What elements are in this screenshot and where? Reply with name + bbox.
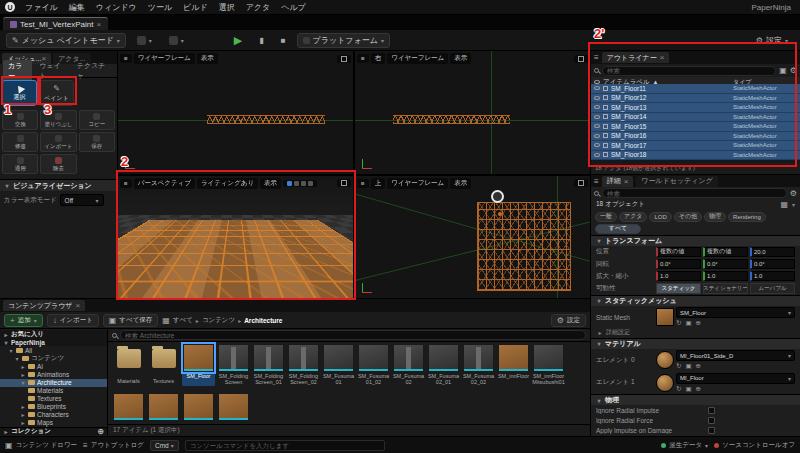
use-selected-icon[interactable]: ↻ — [676, 362, 681, 370]
rotation-x-field[interactable]: 0.0° — [656, 259, 701, 269]
tab-world-settings[interactable]: ワールドセッティング — [636, 176, 717, 187]
asset-tile-materials[interactable]: Materials — [112, 344, 145, 391]
folder-view-icon[interactable]: ▣ — [779, 66, 787, 75]
outliner-row[interactable]: SM_Floor15StaticMeshActor — [591, 122, 800, 132]
visibility-eye-icon[interactable] — [594, 134, 600, 138]
scale-z-field[interactable]: 1.0 — [750, 271, 795, 281]
asset-tile-partial[interactable] — [147, 393, 180, 421]
static-mesh-section-header[interactable]: ▾ スタティックメッシュ — [591, 295, 800, 306]
chip-actor[interactable]: アクタ — [619, 212, 647, 222]
import-button[interactable]: インポート — [40, 132, 76, 152]
save-all-button[interactable]: ▣すべて保存 — [103, 314, 159, 327]
tree-maps[interactable]: ▸Maps — [0, 419, 107, 427]
reset-icon[interactable]: ⊕ — [696, 362, 701, 370]
viewport-top-left[interactable]: ≡ ワイヤーフレーム 表示 — [118, 51, 353, 174]
viewmode-dropdown[interactable]: ワイヤーフレーム — [387, 53, 448, 64]
outliner-row[interactable]: SM_Floor13StaticMeshActor — [591, 103, 800, 113]
asset-tile[interactable]: SM_Folding Screen_02 — [287, 344, 320, 391]
physics-section-header[interactable]: ▾ 物理 — [591, 394, 800, 405]
viewport-perspective[interactable]: ≡ パースペクティブ ライティングあり 表示 — [118, 176, 353, 299]
derived-data-button[interactable]: 派生データ ▾ — [661, 441, 708, 450]
breadcrumb-current[interactable]: Architecture — [244, 317, 282, 324]
visibility-eye-icon[interactable] — [594, 86, 600, 90]
chip-lod[interactable]: LOD — [649, 212, 671, 222]
content-drawer-button[interactable]: ▣ コンテンツ ドロワー — [5, 441, 77, 450]
menu-window[interactable]: ウィンドウ — [91, 1, 142, 14]
swap-button[interactable]: 交換 — [2, 110, 38, 130]
scale-y-field[interactable]: 1.0 — [703, 271, 748, 281]
color-view-mode-dropdown[interactable]: Off ▾ — [60, 194, 104, 206]
source-control-button[interactable]: ソースコントロールオフ — [714, 441, 795, 450]
tree-favorites[interactable]: ▸お気に入り — [0, 330, 107, 339]
checkbox[interactable] — [708, 417, 715, 424]
nav-mode-buttons[interactable] — [283, 180, 317, 187]
platform-dropdown[interactable]: プラットフォーム ▾ — [297, 33, 390, 48]
import-button[interactable]: ↓インポート — [47, 314, 99, 327]
mobility-stationary-button[interactable]: ステイショナリー — [703, 283, 748, 294]
chip-rendering[interactable]: Rendering — [728, 212, 766, 222]
menu-tools[interactable]: ツール — [143, 1, 177, 14]
select-tool-button[interactable]: 選択 — [2, 80, 37, 106]
menu-file[interactable]: ファイル — [20, 1, 63, 14]
menu-icon[interactable]: ≡ — [594, 53, 599, 62]
cmd-dropdown[interactable]: Cmd ▾ — [150, 440, 179, 451]
asset-tile[interactable]: SM_Fusuma01_02 — [357, 344, 390, 391]
view-dropdown[interactable]: パースペクティブ — [134, 178, 195, 189]
scale-x-field[interactable]: 1.0 — [656, 271, 701, 281]
visibility-eye-icon[interactable] — [594, 153, 600, 157]
outliner-row[interactable]: SM_Floor14StaticMeshActor — [591, 113, 800, 123]
location-y-field[interactable]: 複数の値 — [703, 247, 748, 257]
viewmode-dropdown[interactable]: ワイヤーフレーム — [134, 53, 195, 64]
rotation-z-field[interactable]: 0.0° — [750, 259, 795, 269]
asset-tile[interactable]: SM_Fusuma02 — [392, 344, 425, 391]
asset-tile-sm-floor[interactable]: SM_Floor — [182, 344, 215, 391]
visibility-eye-icon[interactable] — [594, 105, 600, 109]
add-collection-icon[interactable]: ⊕ — [97, 427, 104, 436]
checkbox[interactable] — [708, 407, 715, 414]
fix-button[interactable]: 修復 — [2, 132, 38, 152]
asset-tile[interactable]: SM_Fusuma02_02 — [462, 344, 495, 391]
cb-settings-button[interactable]: ⚙設定 — [551, 314, 586, 327]
transform-section-header[interactable]: ▾ トランスフォーム — [591, 235, 800, 246]
maximize-button[interactable] — [337, 55, 351, 63]
material-1-dropdown[interactable]: MI_Floor ▾ — [676, 373, 795, 384]
show-dropdown[interactable]: 表示 — [260, 178, 281, 189]
asset-tile[interactable]: SM_Fusuma01 — [322, 344, 355, 391]
material-0-dropdown[interactable]: MI_Floor01_Side_D ▾ — [676, 350, 795, 361]
viewport-top-right[interactable]: ≡ 右 ワイヤーフレーム 表示 — [355, 51, 590, 174]
materials-section-header[interactable]: ▾ マテリアル — [591, 338, 800, 349]
tree-animations[interactable]: ▸Animations — [0, 371, 107, 379]
tree-content[interactable]: ▾コンテンツ — [0, 354, 107, 363]
browse-icon[interactable]: ▣ — [685, 319, 691, 327]
gear-icon[interactable]: ⚙ — [790, 189, 797, 198]
viewmode-dropdown[interactable]: ライティングあり — [197, 178, 258, 189]
maximize-button[interactable] — [574, 55, 588, 63]
show-dropdown[interactable]: 表示 — [197, 53, 218, 64]
editor-mode-dropdown[interactable]: ✎ メッシュ ペイントモード ▾ — [6, 33, 126, 48]
reset-icon[interactable]: ⊕ — [696, 385, 701, 393]
close-icon[interactable]: × — [660, 53, 665, 62]
tree-materials[interactable]: Materials — [0, 387, 107, 395]
material-thumbnail[interactable] — [656, 351, 674, 369]
rotation-y-field[interactable]: 0.0° — [703, 259, 748, 269]
tree-collections[interactable]: ▸コレクション⊕ — [0, 427, 107, 436]
location-z-field[interactable]: 20.0 — [750, 247, 795, 257]
use-selected-icon[interactable]: ↻ — [676, 385, 681, 393]
copy-button[interactable]: コピー — [79, 110, 115, 130]
tab-test-mi-vertexpaint[interactable]: Test_MI_VertexPaint × — [3, 17, 108, 30]
gear-icon[interactable]: ⚙ — [790, 66, 797, 75]
asset-tile-partial[interactable] — [217, 393, 250, 421]
asset-tile[interactable]: SM_Folding Screen — [217, 344, 250, 391]
settings-dropdown[interactable]: ⚙ 設定 ▾ — [750, 33, 794, 48]
asset-tile-textures[interactable]: Textures — [147, 344, 180, 391]
tree-project[interactable]: ▾PaperNinja — [0, 339, 107, 347]
asset-tile[interactable]: SM_Folding Screen_01 — [252, 344, 285, 391]
advanced-expander[interactable]: ▸ 詳細設定 — [591, 328, 800, 337]
breadcrumb-all[interactable]: すべて — [173, 316, 193, 325]
asset-tile[interactable]: SM_innFloor Mitsubushi01 — [532, 344, 565, 391]
grid-icon[interactable]: ▦ — [780, 200, 788, 209]
fill-button[interactable]: 塗りつぶし — [40, 110, 76, 130]
close-icon[interactable]: × — [96, 20, 101, 29]
add-button[interactable]: +追加▾ — [4, 314, 43, 327]
menu-edit[interactable]: 編集 — [64, 1, 90, 14]
